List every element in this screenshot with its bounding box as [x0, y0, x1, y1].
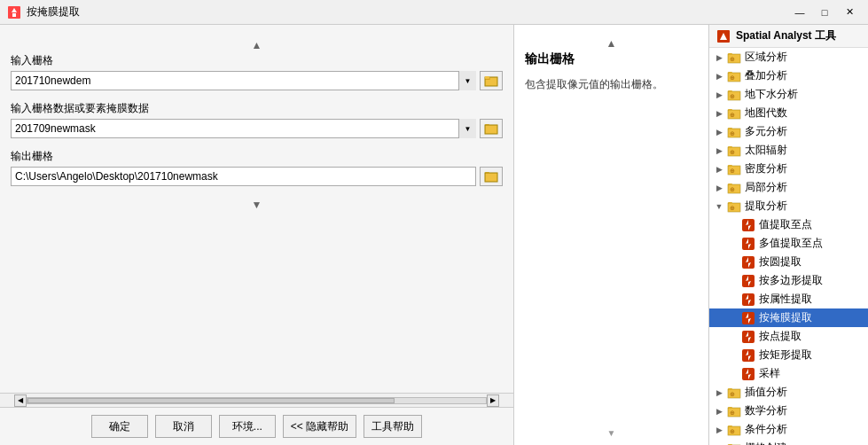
tree-item-label-extract-multipoint: 多值提取至点: [759, 236, 823, 251]
env-button[interactable]: 环境...: [219, 415, 276, 438]
scroll-left-button[interactable]: ◀: [14, 394, 27, 407]
tree-item-extract-points[interactable]: 按点提取: [709, 327, 868, 346]
tree-item-extract-polygon[interactable]: 按多边形提取: [709, 271, 868, 290]
title-text: 按掩膜提取: [27, 4, 80, 20]
dialog-buttons: 确定 取消 环境... << 隐藏帮助 工具帮助: [0, 407, 513, 445]
svg-text:⊕: ⊕: [730, 130, 735, 137]
tree-item-label-extract-rect: 按矩形提取: [759, 347, 812, 363]
tree-item-label-extract-attr: 按属性提取: [759, 292, 812, 307]
tree-item-label-extract-circle: 按圆提取: [759, 254, 802, 269]
tree-item-sample[interactable]: 采样: [709, 364, 868, 383]
output-raster-folder-button[interactable]: [480, 167, 503, 186]
tool-icon: [741, 348, 755, 363]
input-raster-input[interactable]: [11, 71, 476, 90]
form-scroll-up[interactable]: ▲: [11, 37, 503, 53]
svg-rect-1: [12, 13, 16, 17]
tree-item-extract-multipoint[interactable]: 多值提取至点: [709, 234, 868, 253]
input-mask-group: 输入栅格数据或要素掩膜数据 ▼: [11, 101, 503, 138]
dialog-panel: ▲ 输入栅格 ▼: [0, 25, 514, 445]
tool-icon: [741, 330, 755, 344]
tree-item-multivariate[interactable]: ▶ ⊕ 多元分析: [709, 122, 868, 141]
input-raster-combo-wrapper: ▼: [11, 71, 476, 90]
expand-icon: ▶: [713, 107, 725, 120]
tree-item-label-math: 数学分析: [745, 403, 787, 418]
expand-icon: ▶: [713, 163, 725, 176]
tree-item-extract-attr[interactable]: 按属性提取: [709, 290, 868, 308]
tree-item-mapnum[interactable]: ▶ ⊕ 地图代数: [709, 104, 868, 122]
tree-item-extract[interactable]: ▼ ⊕ 提取分析: [709, 197, 868, 215]
expand-icon: [727, 275, 739, 287]
close-button[interactable]: ✕: [838, 4, 861, 21]
output-raster-row: [11, 167, 503, 186]
maximize-button[interactable]: □: [813, 4, 836, 21]
help-scroll-down-arrow[interactable]: ▼: [514, 428, 708, 438]
tree-item-groundwater[interactable]: ▶ ⊕ 地下水分析: [709, 85, 868, 104]
tree-item-regional[interactable]: ▶ ⊕ 区域分析: [709, 48, 868, 66]
output-raster-label: 输出栅格: [11, 149, 503, 164]
tool-icon: [741, 274, 755, 288]
tree-item-extract-rect[interactable]: 按矩形提取: [709, 346, 868, 364]
form-scroll-down[interactable]: ▼: [11, 197, 503, 213]
svg-text:⊕: ⊕: [730, 205, 735, 211]
tree-item-overlay[interactable]: ▶ ⊕ 叠加分析: [709, 66, 868, 85]
tree-item-extract-circle[interactable]: 按圆提取: [709, 253, 868, 271]
input-raster-folder-button[interactable]: [480, 71, 503, 90]
folder-icon: [484, 74, 498, 88]
h-scrollbar-thumb[interactable]: [27, 398, 395, 403]
expand-icon: [727, 331, 739, 343]
tree-item-extract-point[interactable]: 值提取至点: [709, 215, 868, 234]
form-area: ▲ 输入栅格 ▼: [0, 25, 513, 393]
folder-icon: ⊕: [727, 423, 741, 437]
tree-header-title: Spatial Analyst 工具: [736, 28, 836, 43]
minimize-button[interactable]: —: [788, 4, 811, 21]
folder-icon: ⊕: [727, 51, 741, 65]
tree-item-extract-mask[interactable]: 按掩膜提取: [709, 308, 868, 327]
svg-text:⊕: ⊕: [730, 112, 735, 118]
tree-item-label-raster-create: 栅格创建: [745, 441, 787, 445]
svg-text:⊕: ⊕: [730, 186, 735, 192]
tree-item-label-regional: 区域分析: [745, 50, 787, 65]
tool-icon: [741, 311, 755, 325]
folder-icon: ⊕: [727, 106, 741, 121]
expand-icon: ▶: [713, 144, 725, 157]
svg-text:⊕: ⊕: [730, 56, 735, 62]
input-mask-label: 输入栅格数据或要素掩膜数据: [11, 101, 503, 116]
tree-item-local[interactable]: ▶ ⊕ 局部分析: [709, 178, 868, 197]
tree-item-label-extract-points: 按点提取: [759, 329, 802, 344]
svg-text:⊕: ⊕: [730, 93, 735, 99]
spatial-analyst-icon: [716, 29, 731, 43]
svg-rect-5: [485, 76, 489, 79]
confirm-button[interactable]: 确定: [91, 415, 148, 438]
main-content: ▲ 输入栅格 ▼: [0, 25, 868, 445]
folder-icon: ⊕: [727, 69, 741, 83]
input-mask-dropdown-arrow[interactable]: ▼: [458, 119, 476, 138]
expand-icon: [727, 349, 739, 362]
tree-item-solar[interactable]: ▶ ⊕ 太阳辐射: [709, 141, 868, 160]
input-mask-input[interactable]: [11, 119, 476, 138]
output-raster-input[interactable]: [11, 167, 476, 186]
hide-help-button[interactable]: << 隐藏帮助: [283, 415, 356, 438]
tool-icon: [741, 237, 755, 251]
tree-item-raster-create[interactable]: ▶ ⊕ 栅格创建: [709, 439, 868, 445]
expand-icon: [727, 293, 739, 306]
expand-icon: [727, 312, 739, 324]
tree-header: Spatial Analyst 工具: [709, 25, 868, 48]
title-left: 按掩膜提取: [7, 4, 80, 20]
input-mask-folder-button[interactable]: [480, 119, 503, 138]
help-scroll-up-arrow[interactable]: ▲: [525, 35, 698, 51]
input-mask-row: ▼: [11, 119, 503, 138]
tree-item-label-mapnum: 地图代数: [745, 105, 787, 121]
tree-item-conditional[interactable]: ▶ ⊕ 条件分析: [709, 420, 868, 439]
tree-item-math[interactable]: ▶ ⊕ 数学分析: [709, 402, 868, 420]
scroll-right-button[interactable]: ▶: [487, 394, 499, 407]
title-bar: 按掩膜提取 — □ ✕: [0, 0, 868, 25]
cancel-button[interactable]: 取消: [155, 415, 212, 438]
tool-help-button[interactable]: 工具帮助: [364, 415, 422, 438]
tree-item-interpolation[interactable]: ▶ ⊕ 插值分析: [709, 383, 868, 402]
tree-item-label-extract: 提取分析: [745, 199, 787, 214]
tree-item-density[interactable]: ▶ ⊕ 密度分析: [709, 160, 868, 178]
expand-icon: [727, 368, 739, 380]
input-raster-dropdown-arrow[interactable]: ▼: [458, 71, 476, 90]
tool-icon: [741, 255, 755, 269]
folder-icon: ⊕: [727, 181, 741, 195]
